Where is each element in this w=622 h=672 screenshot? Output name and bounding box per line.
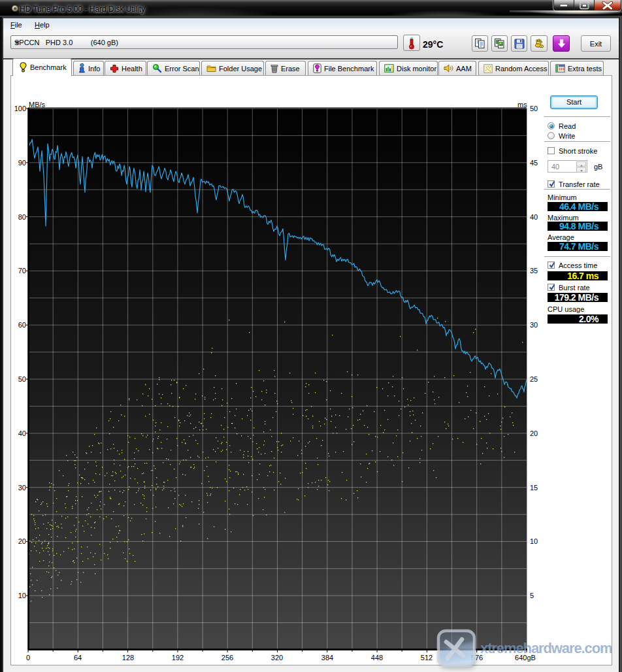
svg-text:320: 320	[271, 654, 283, 662]
svg-text:MB/s: MB/s	[29, 101, 46, 109]
svg-text:10: 10	[530, 537, 538, 545]
svg-text:10: 10	[18, 592, 26, 599]
svg-text:384: 384	[321, 654, 333, 662]
svg-text:20: 20	[18, 537, 26, 545]
svg-text:0: 0	[26, 654, 30, 662]
svg-text:25: 25	[530, 375, 538, 383]
svg-text:45: 45	[530, 159, 538, 167]
svg-text:5: 5	[530, 592, 534, 599]
svg-text:80: 80	[18, 213, 26, 221]
svg-text:ms: ms	[517, 101, 527, 109]
svg-text:15: 15	[530, 484, 538, 492]
svg-text:50: 50	[18, 375, 26, 383]
svg-text:20: 20	[530, 429, 538, 437]
svg-text:30: 30	[530, 321, 538, 329]
svg-text:30: 30	[18, 484, 26, 492]
svg-text:256: 256	[221, 654, 233, 662]
svg-text:70: 70	[18, 267, 26, 275]
svg-text:128: 128	[122, 654, 134, 662]
svg-text:90: 90	[18, 159, 26, 167]
svg-text:100: 100	[14, 105, 26, 112]
svg-text:60: 60	[18, 321, 26, 329]
svg-text:192: 192	[172, 654, 184, 662]
svg-text:40: 40	[18, 429, 26, 437]
svg-text:64: 64	[74, 654, 82, 662]
svg-text:448: 448	[371, 654, 383, 662]
svg-text:40: 40	[530, 213, 538, 221]
svg-text:35: 35	[530, 267, 538, 275]
svg-text:512: 512	[421, 654, 433, 662]
svg-text:50: 50	[530, 105, 538, 112]
